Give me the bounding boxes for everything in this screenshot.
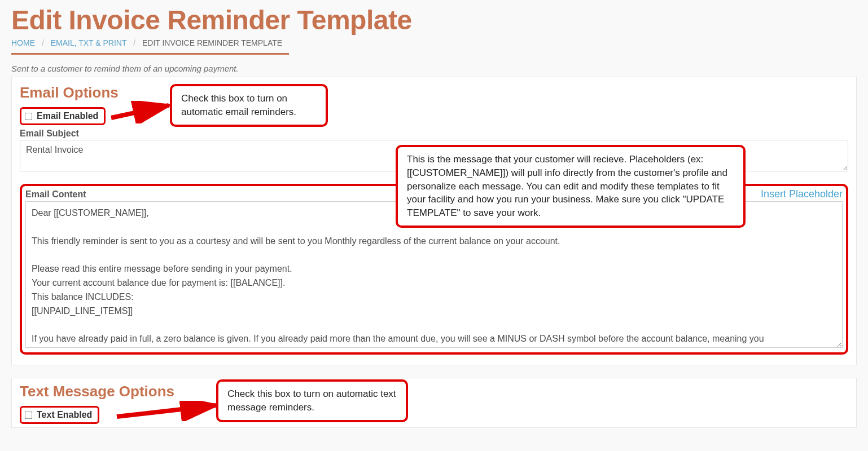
email-enabled-checkbox[interactable] [25, 112, 33, 120]
arrow-icon [108, 101, 176, 123]
page-subtext: Sent to a customer to remind them of an … [11, 64, 857, 73]
breadcrumb-current: EDIT INVOICE REMINDER TEMPLATE [142, 38, 282, 47]
breadcrumb-sep: / [42, 38, 44, 47]
insert-placeholder-link[interactable]: Insert Placeholder [761, 188, 843, 200]
email-options-heading: Email Options [20, 84, 119, 101]
breadcrumb-home[interactable]: HOME [11, 38, 35, 47]
email-enabled-label: Email Enabled [37, 111, 98, 121]
email-enabled-row[interactable]: Email Enabled [20, 107, 106, 125]
arrow-icon [113, 401, 221, 421]
breadcrumb-sep: / [133, 38, 135, 47]
breadcrumb-email-txt-print[interactable]: EMAIL, TXT & PRINT [51, 38, 127, 47]
email-options-panel: Email Options Check this box to turn on … [11, 77, 857, 365]
text-enabled-label: Text Enabled [37, 410, 92, 420]
text-options-heading: Text Message Options [20, 383, 174, 400]
email-subject-label: Email Subject [20, 129, 848, 139]
svg-line-1 [117, 405, 216, 417]
page-title: Edit Invoice Reminder Template [11, 5, 857, 36]
callout-text-enable: Check this box to turn on automatic text… [216, 379, 408, 422]
breadcrumb: HOME / EMAIL, TXT & PRINT / EDIT INVOICE… [11, 38, 289, 55]
callout-email-content: This is the message that your customer w… [396, 145, 746, 228]
email-content-label: Email Content [25, 189, 86, 200]
callout-email-enable: Check this box to turn on automatic emai… [170, 84, 328, 127]
text-options-panel: Text Message Options Check this box to t… [11, 378, 857, 428]
text-enabled-checkbox[interactable] [25, 411, 33, 419]
text-enabled-row[interactable]: Text Enabled [20, 406, 99, 424]
svg-line-0 [111, 105, 169, 118]
